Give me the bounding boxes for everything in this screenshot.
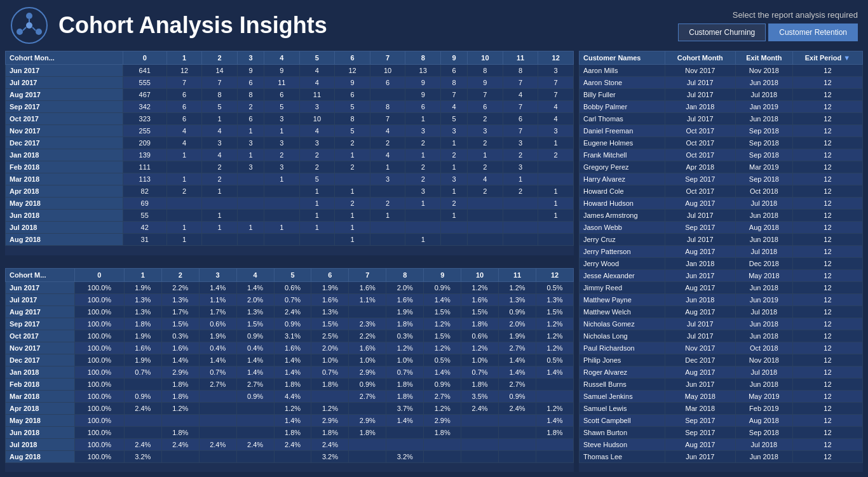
table-cell: 1.9% [499,330,536,342]
table-cell: 1 [405,149,441,161]
table-row: May 2018100.0%1.4%2.9%2.9%1.4%2.9%1.4% [6,414,574,426]
main-content: Cohort Mon...0123456789101112Jun 2017641… [0,51,868,477]
table-cell: 555 [123,77,166,89]
table-cell: 2.7% [499,378,536,390]
column-header-7: 6 [335,51,370,65]
table-cell: 1 [335,222,370,234]
table-cell: 0.5% [536,354,574,366]
list-item: Jerry PattersonAug 2017Jul 201812 [580,246,863,258]
table-cell: 100.0% [75,378,125,390]
table-cell: 1.4% [536,414,574,426]
table-cell: 69 [123,198,166,210]
list-item: Nicholas GomezJul 2017Jun 201812 [580,318,863,330]
table-cell: 0.7% [274,293,311,306]
table-cell: 1 [335,210,370,222]
table-cell: 3 [299,137,335,149]
list-item: Russell BurnsJun 2017Jun 201812 [580,379,863,391]
table-cell [503,222,538,234]
table-cell [468,222,503,234]
table-cell: 4 [468,173,503,185]
table-cell: 2.7% [199,378,236,390]
table-cell: Apr 2018 [6,185,123,198]
table-cell: 1.3% [124,293,161,306]
right-panel[interactable]: Customer NamesCohort MonthExit MonthExit… [579,51,863,472]
table-row: Apr 201882211131221 [6,185,574,198]
table-cell: 7 [370,113,405,125]
retention-button[interactable]: Customer Retention [768,24,858,41]
table-cell [166,198,202,210]
table-cell: 641 [123,65,166,77]
table-cell: 100.0% [75,426,125,438]
table-cell: 0.3% [161,330,199,342]
bottom-table-wrapper[interactable]: Cohort M...0123456789101112Jun 2017100.0… [5,268,574,473]
table-cell: 0.9% [424,281,461,293]
right-table-cell: Russell Burns [580,379,665,391]
right-table-cell: Jun 2018 [735,330,792,342]
table-cell: 4 [441,101,468,113]
table-cell: 3.2% [311,450,349,462]
list-item: Steve HudsonAug 2017Jul 201812 [580,439,863,451]
table-cell: 10 [370,65,405,77]
table-cell: 3 [370,173,405,185]
right-table-cell: 12 [792,173,862,185]
table-cell: 3 [299,101,335,113]
table-cell: 2 [468,185,503,198]
table-cell: 2 [405,161,441,173]
table-cell: 1 [264,125,300,137]
logo-icon [10,6,48,44]
table-cell: Jun 2017 [6,65,123,77]
table-cell: 1 [538,137,574,149]
table-cell: 12 [335,65,370,77]
table-row: Mar 2018113121532341 [6,173,574,185]
table-cell: 3.2% [386,450,424,462]
right-table-cell: Jul 2018 [735,246,792,258]
right-table-cell: James Armstrong [580,210,665,222]
table-cell [349,450,386,462]
table-cell [124,414,161,426]
right-table-cell: Jul 2018 [735,439,792,451]
right-column-header-3[interactable]: Exit Period ▼ [792,51,862,65]
table-cell: 2 [405,137,441,149]
right-table-cell: Nicholas Gomez [580,318,665,330]
column-header-8: 7 [349,268,386,281]
bottom-cohort-table: Cohort M...0123456789101112Jun 2017100.0… [5,268,574,463]
right-table-cell: Eugene Holmes [580,137,665,149]
table-cell: 1 [299,185,335,198]
right-table-cell: Sep 2018 [735,137,792,149]
table-cell: 7 [468,89,503,101]
column-header-11: 10 [468,51,503,65]
table-cell [161,414,199,426]
right-table-cell: May 2018 [665,391,735,403]
right-table-cell: Aug 2017 [665,246,735,258]
list-item: Matthew PayneJun 2018Jun 201912 [580,294,863,306]
table-cell: 0.9% [124,390,161,402]
column-header-2: 1 [166,51,202,65]
table-cell [349,438,386,450]
churning-button[interactable]: Customer Churning [678,24,766,41]
top-table-wrapper[interactable]: Cohort Mon...0123456789101112Jun 2017641… [5,51,574,255]
table-cell: 3.5% [461,390,499,402]
table-cell: 1.5% [236,318,274,330]
right-table-cell: 12 [792,113,862,125]
table-cell: 8 [503,65,538,77]
table-cell: 1.2% [499,281,536,293]
right-table-cell: 12 [792,258,862,270]
table-cell: 1.8% [461,378,499,390]
table-cell: 1.8% [424,426,461,438]
table-cell: Apr 2018 [6,402,75,414]
table-cell: 2.9% [349,414,386,426]
table-cell: 1.3% [499,293,536,306]
table-cell [536,390,574,402]
table-cell: 7 [503,77,538,89]
right-table-cell: 12 [792,234,862,246]
table-cell [199,390,236,402]
column-header-10: 9 [441,51,468,65]
table-cell: 1.2% [536,402,574,414]
report-buttons: Customer Churning Customer Retention [678,24,858,41]
table-cell [237,210,264,222]
table-cell: 1 [441,210,468,222]
table-row: Jan 2018100.0%0.7%2.9%0.7%1.4%1.4%0.7%2.… [6,366,574,378]
right-table-cell: Carl Thomas [580,113,665,125]
table-cell: 12 [166,65,202,77]
table-cell: 0.7% [199,366,236,378]
